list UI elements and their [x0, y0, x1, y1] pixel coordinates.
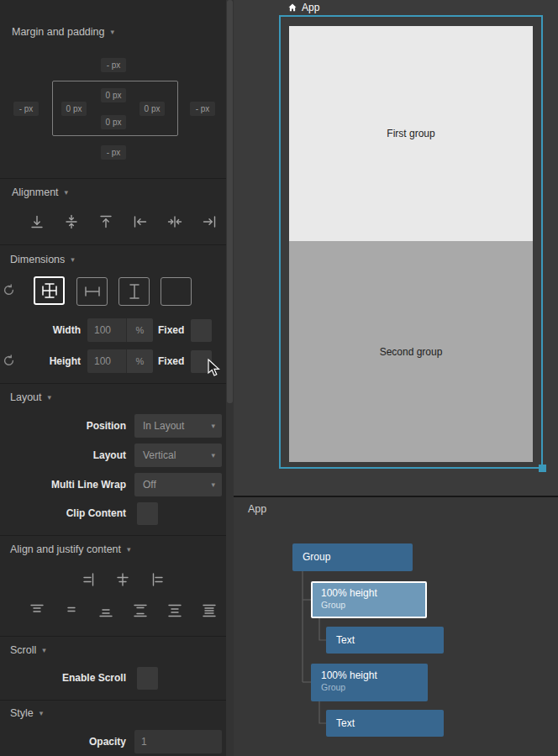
margin-top-field[interactable]: - px [101, 58, 126, 72]
chevron-down-icon: ▾ [39, 710, 44, 717]
section-dimensions[interactable]: Dimensions ▾ [10, 254, 75, 265]
breadcrumb[interactable]: App [287, 2, 319, 13]
node-label: 100% height [321, 669, 428, 681]
margin-bottom-field[interactable]: - px [101, 145, 126, 160]
divider [0, 535, 234, 536]
artboard-selection[interactable]: First group Second group [279, 15, 543, 469]
layout-direction-label: Layout [0, 444, 126, 467]
justify-end-icon[interactable] [78, 570, 98, 590]
content-center-icon[interactable] [61, 601, 82, 621]
second-group-region[interactable]: Second group [289, 241, 533, 462]
align-left-icon[interactable] [130, 212, 150, 232]
clip-content-checkbox[interactable] [137, 502, 158, 525]
chevron-down-icon: ▾ [42, 647, 46, 654]
content-start-icon[interactable] [27, 601, 47, 621]
node-group-root[interactable]: Group [292, 543, 413, 571]
divider [0, 383, 234, 384]
enable-scroll-checkbox[interactable] [137, 667, 158, 690]
enable-scroll-label: Enable Scroll [0, 667, 126, 690]
align-center-horizontal-icon[interactable] [165, 212, 185, 232]
padding-top-field[interactable]: 0 px [101, 88, 126, 102]
multi-line-wrap-label: Multi Line Wrap [0, 473, 126, 496]
chevron-down-icon: ▾ [211, 481, 215, 489]
content-end-icon[interactable] [96, 601, 116, 621]
size-mode-none-button[interactable] [161, 277, 192, 306]
justify-start-icon[interactable] [148, 570, 168, 590]
breadcrumb-app-label: App [302, 2, 319, 13]
layout-direction-dropdown[interactable]: Vertical ▾ [134, 444, 222, 467]
content-stretch-icon[interactable] [199, 601, 219, 621]
margin-right-field[interactable]: - px [190, 102, 215, 116]
width-fixed-checkbox[interactable] [191, 319, 212, 342]
node-label: 100% height [321, 587, 425, 599]
canvas-viewport[interactable]: App First group Second group [234, 0, 558, 496]
align-top-icon[interactable] [96, 212, 116, 232]
size-mode-both-button[interactable] [34, 276, 65, 305]
section-alignment[interactable]: Alignment ▾ [12, 186, 68, 198]
section-margin-padding[interactable]: Margin and padding ▾ [12, 26, 114, 38]
divider [0, 700, 234, 701]
section-layout[interactable]: Layout ▾ [10, 391, 51, 403]
resize-handle[interactable] [539, 465, 546, 472]
multi-line-wrap-dropdown[interactable]: Off ▾ [134, 473, 222, 496]
clip-content-label: Clip Content [0, 502, 126, 525]
chevron-down-icon: ▾ [65, 189, 69, 197]
width-unit-selector[interactable]: % [126, 318, 153, 342]
opacity-input[interactable] [134, 730, 222, 753]
section-title: Dimensions [10, 254, 65, 265]
height-fixed-label: Fixed [158, 349, 184, 373]
position-value: In Layout [143, 420, 184, 432]
width-input[interactable] [87, 318, 126, 342]
chevron-down-icon: ▾ [111, 29, 115, 36]
first-group-region[interactable]: First group [289, 26, 533, 241]
section-scroll[interactable]: Scroll ▾ [10, 644, 46, 656]
height-unit-selector[interactable]: % [126, 349, 153, 373]
padding-right-field[interactable]: 0 px [140, 102, 165, 116]
position-label: Position [0, 414, 126, 438]
size-mode-width-button[interactable] [76, 277, 108, 306]
height-fixed-checkbox[interactable] [191, 350, 212, 373]
section-title: Alignment [12, 186, 59, 198]
reset-dimensions-icon[interactable] [3, 284, 15, 297]
chevron-down-icon: ▾ [211, 452, 215, 459]
multi-line-wrap-value: Off [143, 479, 156, 491]
section-title: Scroll [10, 644, 36, 656]
section-align-justify[interactable]: Align and justify content ▾ [10, 543, 131, 555]
node-text-2[interactable]: Text [326, 710, 444, 737]
divider [0, 636, 234, 637]
height-input[interactable] [87, 349, 126, 373]
divider [0, 178, 234, 179]
node-type-label: Group [321, 600, 425, 610]
padding-left-field[interactable]: 0 px [61, 102, 87, 116]
chevron-down-icon: ▾ [48, 394, 52, 402]
node-group-100-height-2[interactable]: 100% height Group [311, 664, 428, 701]
section-title: Layout [10, 391, 42, 403]
opacity-label: Opacity [0, 730, 126, 753]
size-mode-height-button[interactable] [118, 277, 150, 306]
node-label: Text [336, 710, 444, 737]
chevron-down-icon: ▾ [211, 423, 215, 430]
section-style[interactable]: Style ▾ [10, 707, 43, 719]
node-text-1[interactable]: Text [326, 627, 444, 654]
justify-center-icon[interactable] [113, 570, 133, 590]
position-dropdown[interactable]: In Layout ▾ [134, 414, 222, 438]
align-center-vertical-icon[interactable] [61, 212, 82, 232]
padding-bottom-field[interactable]: 0 px [101, 115, 126, 129]
content-space-around-icon[interactable] [165, 601, 185, 621]
align-bottom-icon[interactable] [27, 212, 47, 232]
node-graph-panel[interactable]: App Group 100% height Group Text 100% he… [234, 496, 558, 756]
node-type-label: Group [321, 682, 428, 692]
section-title: Style [10, 707, 34, 719]
divider [0, 244, 234, 245]
align-right-icon[interactable] [199, 212, 219, 232]
margin-left-field[interactable]: - px [13, 102, 39, 116]
content-space-between-icon[interactable] [130, 601, 150, 621]
node-group-100-height-selected[interactable]: 100% height Group [311, 581, 427, 618]
scrollbar-thumb[interactable] [227, 0, 233, 403]
chevron-down-icon: ▾ [71, 256, 75, 264]
inspector-scrollbar[interactable] [226, 0, 234, 756]
height-label: Height [0, 349, 81, 373]
node-label: Text [336, 627, 444, 654]
chevron-down-icon: ▾ [127, 546, 131, 554]
first-group-label: First group [387, 128, 434, 139]
